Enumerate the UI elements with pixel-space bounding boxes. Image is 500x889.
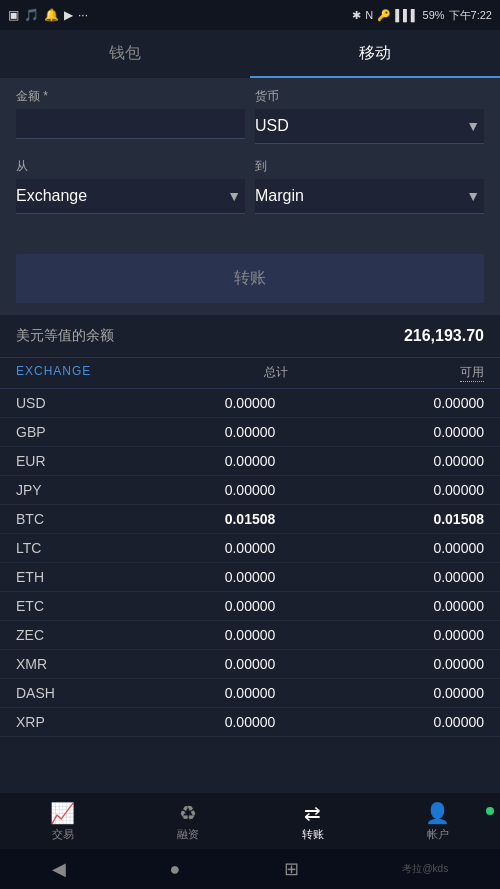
back-button[interactable]: ◀ <box>52 858 66 880</box>
nav-transfer[interactable]: ⇄ 转账 <box>250 801 375 842</box>
row-currency: ZEC <box>16 627 172 643</box>
row-currency: LTC <box>16 540 172 556</box>
account-online-dot <box>486 807 494 815</box>
signal-icon: ▌▌▌ <box>395 9 418 21</box>
from-select[interactable]: Exchange ▼ <box>16 179 245 214</box>
table-row: ETH 0.00000 0.00000 <box>0 563 500 592</box>
total-header: 总计 <box>264 364 288 382</box>
row-currency: GBP <box>16 424 172 440</box>
play-icon: ▶ <box>64 8 73 22</box>
trade-icon: 📈 <box>50 801 75 825</box>
status-right-info: ✱ N 🔑 ▌▌▌ 59% 下午7:22 <box>352 8 492 23</box>
bottom-nav: 📈 交易 ♻ 融资 ⇄ 转账 👤 帐户 <box>0 793 500 849</box>
nav-trade[interactable]: 📈 交易 <box>0 801 125 842</box>
android-nav-bar: ◀ ● ⊞ 考拉@kds <box>0 849 500 889</box>
exchange-section-label: EXCHANGE <box>16 364 91 382</box>
row-available: 0.00000 <box>328 627 484 643</box>
row-available: 0.00000 <box>328 482 484 498</box>
status-bar: ▣ 🎵 🔔 ▶ ··· ✱ N 🔑 ▌▌▌ 59% 下午7:22 <box>0 0 500 30</box>
from-arrow-icon: ▼ <box>227 188 241 204</box>
nav-trade-label: 交易 <box>52 827 74 842</box>
row-currency: BTC <box>16 511 172 527</box>
row-total: 0.00000 <box>172 685 328 701</box>
exchange-rows: USD 0.00000 0.00000 GBP 0.00000 0.00000 … <box>0 389 500 737</box>
row-currency: DASH <box>16 685 172 701</box>
nav-account-label: 帐户 <box>427 827 449 842</box>
watermark: 考拉@kds <box>402 862 448 876</box>
row-total: 0.01508 <box>172 511 328 527</box>
key-icon: 🔑 <box>377 9 391 22</box>
bluetooth-icon: ✱ <box>352 9 361 22</box>
table-row: ETC 0.00000 0.00000 <box>0 592 500 621</box>
nfc-icon: N <box>365 9 373 21</box>
form-section: 金额 * 货币 USD ▼ 从 Exchange ▼ 到 Margin ▼ <box>0 78 500 242</box>
row-total: 0.00000 <box>172 453 328 469</box>
currency-value: USD <box>255 117 289 135</box>
from-value: Exchange <box>16 187 87 205</box>
row-total: 0.00000 <box>172 598 328 614</box>
available-header: 可用 <box>460 364 484 382</box>
exchange-section: EXCHANGE 总计 可用 USD 0.00000 0.00000 GBP 0… <box>0 358 500 745</box>
nav-account[interactable]: 👤 帐户 <box>375 801 500 842</box>
table-row: XRP 0.00000 0.00000 <box>0 708 500 737</box>
transfer-icon: ⇄ <box>304 801 321 825</box>
table-row: LTC 0.00000 0.00000 <box>0 534 500 563</box>
top-tab-bar: 钱包 移动 <box>0 30 500 78</box>
row-available: 0.00000 <box>328 714 484 730</box>
row-available: 0.01508 <box>328 511 484 527</box>
row-currency: USD <box>16 395 172 411</box>
row-total: 0.00000 <box>172 482 328 498</box>
to-value: Margin <box>255 187 304 205</box>
amount-input[interactable] <box>16 109 245 139</box>
nav-fund-label: 融资 <box>177 827 199 842</box>
more-icon: ··· <box>78 8 88 22</box>
apps-button[interactable]: ⊞ <box>284 858 299 880</box>
notification-icon: 🔔 <box>44 8 59 22</box>
app-icon-2: 🎵 <box>24 8 39 22</box>
to-arrow-icon: ▼ <box>466 188 480 204</box>
row-currency: XRP <box>16 714 172 730</box>
tab-wallet[interactable]: 钱包 <box>0 30 250 78</box>
row-total: 0.00000 <box>172 569 328 585</box>
from-label: 从 <box>16 158 245 175</box>
row-currency: JPY <box>16 482 172 498</box>
row-currency: EUR <box>16 453 172 469</box>
currency-select[interactable]: USD ▼ <box>255 109 484 144</box>
transfer-button[interactable]: 转账 <box>16 254 484 303</box>
row-currency: ETC <box>16 598 172 614</box>
row-total: 0.00000 <box>172 714 328 730</box>
currency-label: 货币 <box>255 88 484 105</box>
from-field-container: 从 Exchange ▼ <box>16 158 245 214</box>
table-row: XMR 0.00000 0.00000 <box>0 650 500 679</box>
nav-fund[interactable]: ♻ 融资 <box>125 801 250 842</box>
row-total: 0.00000 <box>172 424 328 440</box>
app-icon-1: ▣ <box>8 8 19 22</box>
amount-field-container: 金额 * <box>16 88 245 144</box>
currency-arrow-icon: ▼ <box>466 118 480 134</box>
table-row: DASH 0.00000 0.00000 <box>0 679 500 708</box>
row-available: 0.00000 <box>328 453 484 469</box>
row-available: 0.00000 <box>328 569 484 585</box>
row-available: 0.00000 <box>328 540 484 556</box>
table-row: GBP 0.00000 0.00000 <box>0 418 500 447</box>
balance-section: 美元等值的余额 216,193.70 <box>0 315 500 358</box>
row-available: 0.00000 <box>328 424 484 440</box>
time-display: 下午7:22 <box>449 8 492 23</box>
row-total: 0.00000 <box>172 395 328 411</box>
row-available: 0.00000 <box>328 395 484 411</box>
nav-transfer-label: 转账 <box>302 827 324 842</box>
fund-icon: ♻ <box>179 801 197 825</box>
account-icon: 👤 <box>425 801 450 825</box>
row-available: 0.00000 <box>328 598 484 614</box>
transfer-button-container: 转账 <box>0 242 500 315</box>
status-left-icons: ▣ 🎵 🔔 ▶ ··· <box>8 8 88 22</box>
table-row: JPY 0.00000 0.00000 <box>0 476 500 505</box>
home-button[interactable]: ● <box>169 859 180 880</box>
to-select[interactable]: Margin ▼ <box>255 179 484 214</box>
to-label: 到 <box>255 158 484 175</box>
table-row: ZEC 0.00000 0.00000 <box>0 621 500 650</box>
tab-transfer[interactable]: 移动 <box>250 30 500 78</box>
row-available: 0.00000 <box>328 685 484 701</box>
table-row: USD 0.00000 0.00000 <box>0 389 500 418</box>
balance-label: 美元等值的余额 <box>16 327 114 345</box>
